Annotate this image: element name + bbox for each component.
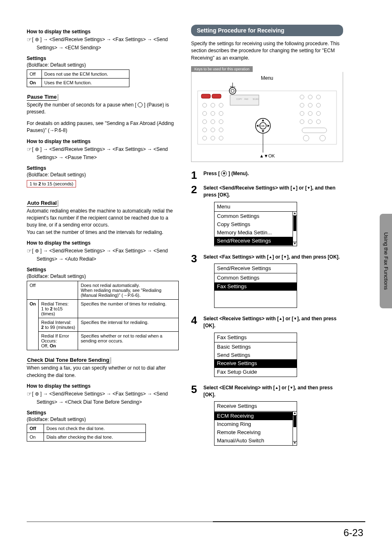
menu-item: [214, 291, 297, 299]
cell-on: On: [27, 300, 39, 350]
menu-item-selected: Fax Settings: [214, 282, 297, 291]
svg-point-12: [203, 128, 207, 132]
triangle-up-icon: [269, 254, 272, 260]
settings-heading: Settings: [27, 267, 179, 273]
svg-point-34: [308, 103, 312, 107]
svg-point-37: [308, 111, 312, 116]
svg-point-41: [316, 120, 321, 124]
svg-point-7: [211, 111, 215, 116]
cell: On: [27, 79, 42, 87]
svg-point-39: [300, 120, 304, 124]
triangle-up-icon: [292, 185, 296, 191]
svg-point-11: [219, 120, 223, 124]
triangle-down-icon: [290, 385, 293, 391]
svg-point-31: [308, 95, 312, 99]
svg-point-35: [316, 103, 321, 107]
pause-intro2: For deatails on adding pauses, see "Send…: [27, 120, 179, 134]
auto-redial-table: Off Does not redial automatically. When …: [27, 281, 179, 350]
svg-point-44: [320, 135, 325, 141]
step-4: Select <Receive Settings> with [] or [],…: [191, 315, 343, 377]
cell-off-desc: Does not redial automatically. When redi…: [78, 281, 179, 300]
heading-text: Pause Time: [27, 93, 58, 101]
scroll-down-icon: ▼: [293, 242, 297, 246]
menu-label: Menu: [195, 75, 339, 81]
cell: Redial If Error Occurs:Off, On: [39, 332, 78, 350]
svg-point-4: [211, 103, 215, 107]
pause-path: [ ⊛ ] → <Send/Receive Settings> → <Fax S…: [27, 145, 179, 161]
menu-title: Menu: [214, 202, 297, 212]
svg-point-33: [300, 103, 304, 107]
step-text: Select <ECM Receiving> with [] or [], an…: [203, 385, 333, 398]
step-1: Press [ ⊛ ] (Menu).: [191, 170, 343, 177]
auto-redial-path: [ ⊛ ] → <Send/Receive Settings> → <Fax S…: [27, 247, 179, 263]
scroll-up-icon: ▲: [293, 412, 297, 416]
scroll-up-icon: ▲: [293, 212, 297, 216]
svg-point-5: [219, 103, 223, 107]
svg-point-14: [219, 128, 223, 132]
menu-item: Manual/Auto Switch: [214, 437, 293, 445]
svg-point-6: [203, 111, 207, 116]
cell: Dials after checking the dial tone.: [44, 432, 145, 441]
boldface-note: (Boldface: Default settings): [27, 172, 179, 178]
scrollbar: ▲ ▼: [293, 412, 297, 446]
svg-rect-0: [198, 91, 337, 144]
menu-item: Common Settings: [214, 212, 293, 220]
arrows-label: ▲▼OK: [195, 153, 339, 158]
menu-screen: Menu Common Settings Copy Settings Memor…: [214, 202, 297, 246]
menu-screen: Receive Settings ECM Receiving Incoming …: [214, 401, 297, 446]
svg-point-15: [203, 136, 207, 140]
svg-text:OK: OK: [261, 125, 265, 127]
heading-text: Check Dial Tone Before Sending: [27, 356, 111, 364]
svg-point-9: [203, 120, 207, 124]
menu-item: Fax Setup Guide: [214, 368, 297, 376]
svg-point-8: [219, 111, 223, 116]
cell: Off: [27, 424, 44, 432]
pause-icon: [138, 102, 143, 107]
menu-item: Basic Settings: [214, 343, 297, 351]
path-text: [ ⊛ ] → <Send/Receive Settings> → <Fax S…: [32, 391, 168, 405]
menu-item-selected: Send/Receive Settings: [214, 237, 293, 245]
keys-header: Keys to be used for this operation: [191, 66, 253, 72]
settings-heading: Settings: [27, 410, 179, 416]
page-number: 6-23: [344, 527, 363, 539]
right-intro: Specify the settings for receiving using…: [191, 40, 343, 62]
pause-intro: Specify the number of seconds for a paus…: [27, 102, 179, 116]
svg-text:SCAN: SCAN: [253, 98, 258, 100]
step-text: Select <Send/Receive Settings> with [] o…: [203, 185, 335, 198]
svg-point-36: [300, 111, 304, 116]
cell: On: [27, 432, 44, 441]
menu-items: Basic Settings Send Settings Receive Set…: [214, 342, 297, 377]
path-text: [ ⊛ ] → <Send/Receive Settings> → <Fax S…: [32, 248, 168, 262]
how-heading: How to display the settings: [27, 139, 179, 144]
svg-point-40: [308, 120, 312, 124]
step-5: Select <ECM Receiving> with [] or [], an…: [191, 384, 343, 446]
menu-screen: Fax Settings Basic Settings Send Setting…: [214, 333, 297, 377]
menu-items: Common Settings Copy Settings Memory Med…: [214, 212, 293, 246]
svg-point-32: [316, 95, 321, 99]
section-heading-dial-tone: Check Dial Tone Before Sending: [27, 357, 179, 363]
keys-box: Keys to be used for this operation Menu: [191, 66, 343, 162]
page: How to display the settings [ ⊛ ] → <Sen…: [0, 0, 392, 555]
svg-text:FAX: FAX: [244, 98, 249, 100]
cell: Does not use the ECM function.: [42, 70, 129, 79]
menu-items: ECM Receiving Incoming Ring Remote Recei…: [214, 412, 293, 446]
cell: Redial Times:1 to 2 to15 (times): [39, 300, 78, 318]
left-column: How to display the settings [ ⊛ ] → <Sen…: [27, 25, 179, 453]
svg-point-16: [211, 136, 215, 140]
svg-rect-42: [302, 128, 327, 133]
menu-item: Incoming Ring: [214, 420, 293, 428]
svg-point-30: [300, 95, 304, 99]
side-tab-label: Using the Fax Functions: [383, 232, 389, 290]
menu-item-selected: Receive Settings: [214, 359, 297, 368]
svg-point-17: [219, 136, 223, 140]
section-heading-pause: Pause Time: [27, 94, 179, 100]
ecm-path: [ ⊛ ] → <Send/Receive Settings> → <Fax S…: [27, 35, 179, 51]
right-column: Setting Procedure for Receiving Specify …: [191, 25, 343, 453]
how-heading: How to display the settings: [27, 29, 179, 35]
svg-point-43: [303, 135, 309, 141]
menu-item: Copy Settings: [214, 220, 293, 229]
dial-tone-table: OffDoes not check the dial tone. OnDials…: [27, 424, 146, 442]
menu-title: Send/Receive Settings: [214, 264, 297, 273]
cell: Specifies the interval for redialing.: [78, 318, 179, 332]
boldface-note: (Boldface: Default settings): [27, 62, 179, 68]
